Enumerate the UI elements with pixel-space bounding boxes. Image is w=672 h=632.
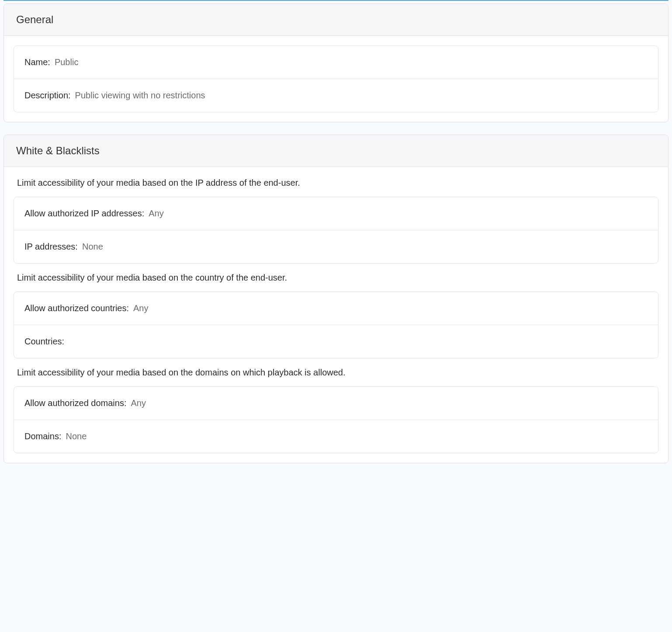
allow-domain-capture: Allow authorized domains:	[24, 398, 126, 408]
ip-addresses-label: IP addresses:	[24, 242, 78, 252]
general-panel-body: Name: Public Description: Public viewing…	[4, 36, 668, 122]
allow-domain-value: Any	[131, 398, 145, 408]
country-section-desc: Limit accessibility of your media based …	[14, 264, 658, 292]
ip-addresses-row: IP addresses: None	[14, 230, 658, 263]
countries-label: Countries:	[24, 337, 64, 347]
wb-title: White & Blacklists	[16, 145, 100, 156]
wb-panel: White & Blacklists Limit accessibility o…	[3, 135, 669, 463]
name-label: Name:	[24, 57, 50, 67]
domains-label: Domains:	[24, 431, 61, 441]
country-inner-box: Allow authorized countries: Any Countrie…	[14, 292, 658, 358]
ip-inner-box: Allow authorized IP addresses: Any IP ad…	[14, 197, 658, 264]
domains-value: None	[66, 431, 87, 441]
description-value: Public viewing with no restrictions	[75, 90, 205, 101]
ip-section-desc: Limit accessibility of your media based …	[14, 167, 658, 197]
allow-domain-row: Allow authorized domains: Any	[14, 387, 658, 420]
name-value: Public	[55, 57, 78, 67]
description-label: Description:	[24, 90, 71, 101]
ip-addresses-value: None	[82, 242, 103, 252]
wb-panel-header: White & Blacklists	[4, 135, 668, 167]
top-accent-border	[3, 0, 669, 1]
domain-section-desc: Limit accessibility of your media based …	[14, 358, 658, 386]
allow-country-row: Allow authorized countries: Any	[14, 292, 658, 325]
general-panel-header: General	[4, 4, 668, 36]
allow-country-value: Any	[133, 303, 148, 313]
description-row: Description: Public viewing with no rest…	[14, 79, 658, 112]
domains-row: Domains: None	[14, 420, 658, 453]
allow-country-label: Allow authorized countries:	[24, 303, 129, 313]
domain-inner-box: Allow authorized domains: Any Domains: N…	[14, 386, 658, 453]
allow-ip-label: Allow authorized IP addresses:	[24, 208, 144, 219]
general-title: General	[16, 14, 53, 25]
countries-row: Countries:	[14, 325, 658, 358]
allow-ip-row: Allow authorized IP addresses: Any	[14, 197, 658, 230]
wb-panel-body: Limit accessibility of your media based …	[4, 167, 668, 463]
general-inner-box: Name: Public Description: Public viewing…	[14, 45, 658, 112]
general-panel: General Name: Public Description: Public…	[3, 3, 669, 122]
name-row: Name: Public	[14, 46, 658, 79]
allow-ip-value: Any	[149, 208, 163, 219]
